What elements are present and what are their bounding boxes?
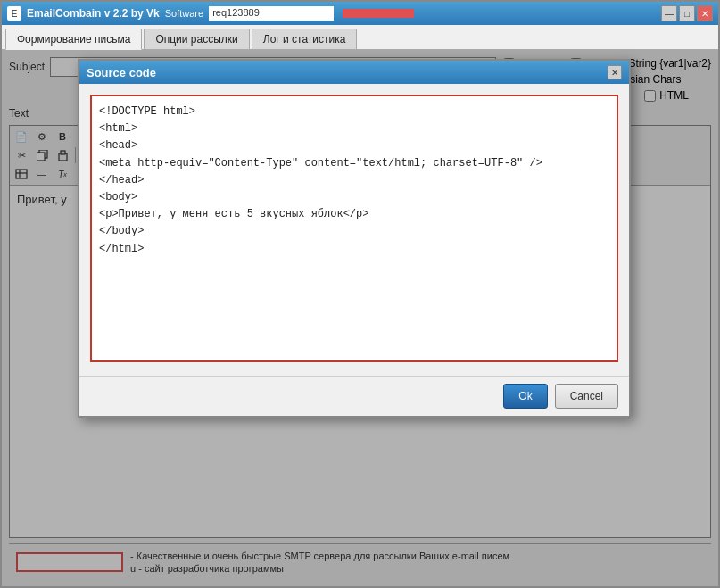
tabs-bar: Формирование письма Опции рассылки Лог и… bbox=[2, 25, 718, 50]
title-progress bbox=[343, 9, 414, 18]
source-code-textarea[interactable] bbox=[90, 95, 618, 362]
app-icon: E bbox=[7, 6, 21, 21]
minimize-button[interactable]: — bbox=[661, 5, 677, 21]
modal-cancel-button[interactable]: Cancel bbox=[555, 384, 618, 409]
title-input[interactable]: req123889 bbox=[209, 6, 334, 21]
main-content: Subject ... File Random String {var1|var… bbox=[2, 50, 718, 586]
tab-log[interactable]: Лог и статистика bbox=[252, 29, 358, 49]
close-button[interactable]: ✕ bbox=[697, 5, 713, 21]
modal-close-button[interactable]: ✕ bbox=[608, 65, 622, 79]
source-code-dialog: Source code ✕ Ok Cancel bbox=[78, 59, 631, 418]
title-bar-left: E EmailCombain v 2.2 by Vk Software req1… bbox=[7, 6, 414, 21]
tab-options[interactable]: Опции рассылки bbox=[144, 29, 249, 49]
modal-ok-button[interactable]: Ok bbox=[503, 384, 547, 409]
modal-footer: Ok Cancel bbox=[79, 376, 629, 416]
modal-body bbox=[79, 84, 629, 376]
maximize-button[interactable]: □ bbox=[679, 5, 695, 21]
modal-title: Source code bbox=[87, 66, 156, 79]
main-window: E EmailCombain v 2.2 by Vk Software req1… bbox=[0, 0, 720, 588]
modal-title-bar: Source code ✕ bbox=[79, 61, 629, 84]
app-title: EmailCombain v 2.2 by Vk bbox=[27, 7, 160, 20]
tab-form[interactable]: Формирование письма bbox=[5, 29, 142, 50]
window-controls: — □ ✕ bbox=[661, 5, 713, 21]
title-suffix: Software bbox=[165, 8, 203, 19]
modal-overlay: Source code ✕ Ok Cancel bbox=[2, 50, 718, 586]
title-bar: E EmailCombain v 2.2 by Vk Software req1… bbox=[2, 2, 718, 25]
